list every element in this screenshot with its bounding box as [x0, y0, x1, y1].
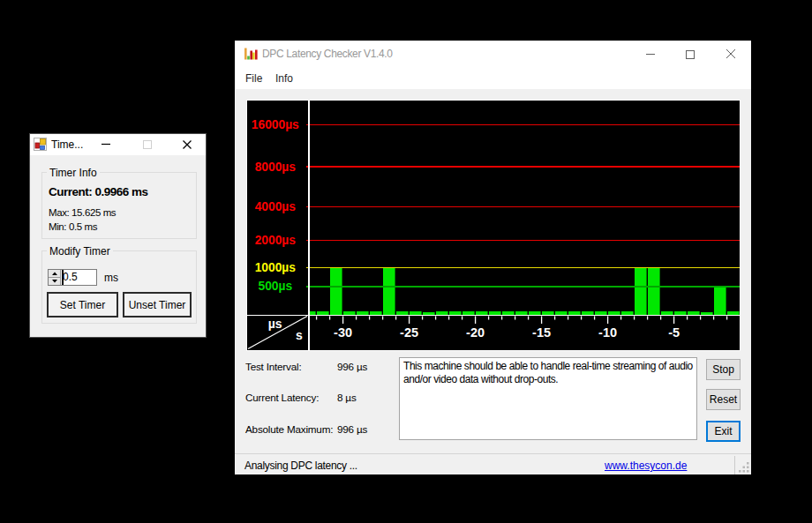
svg-text:4000µs: 4000µs [255, 200, 297, 213]
svg-text:-20: -20 [466, 325, 485, 340]
svg-text:-30: -30 [334, 325, 352, 340]
svg-text:µs: µs [268, 317, 282, 331]
svg-text:500µs: 500µs [258, 280, 292, 293]
svg-text:2000µs: 2000µs [255, 234, 297, 247]
svg-text:16000µs: 16000µs [252, 118, 299, 131]
svg-text:-25: -25 [400, 325, 418, 340]
svg-text:8000µs: 8000µs [255, 161, 297, 174]
svg-text:-5: -5 [668, 325, 680, 340]
svg-text:1000µs: 1000µs [255, 261, 297, 274]
svg-text:-15: -15 [532, 325, 551, 340]
svg-text:s: s [296, 328, 303, 342]
svg-text:-10: -10 [598, 325, 617, 340]
